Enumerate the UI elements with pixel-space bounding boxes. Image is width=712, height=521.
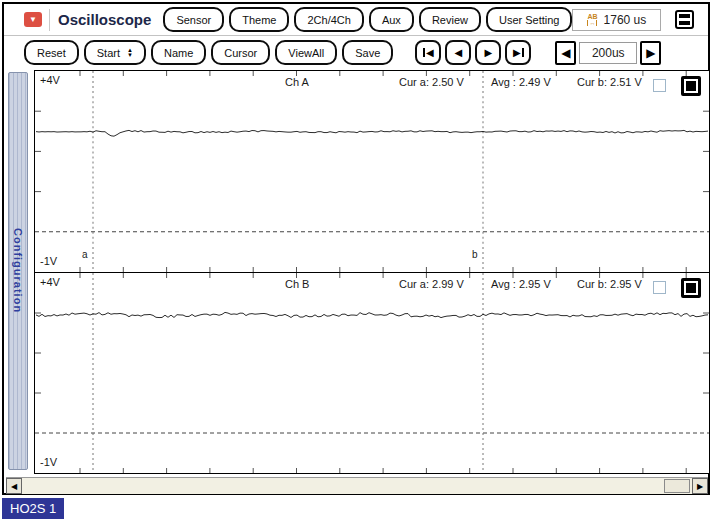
timebase-increase-button[interactable]: ▶ <box>640 41 661 65</box>
user-setting-button[interactable]: User Setting <box>486 7 573 32</box>
cursor-a-mark[interactable]: a <box>82 249 88 260</box>
playback-nav-group: ◀ ◀ ▶ ▶ <box>415 40 531 65</box>
channel-b-panel: +4V -1V Ch B Cur a: 2.99 V Avg : 2.95 V … <box>34 272 710 474</box>
start-button[interactable]: Start ▲ ▼ <box>84 40 146 65</box>
avg-reading: Avg : 2.95 V <box>491 278 551 290</box>
horizontal-scrollbar[interactable]: ◀ ▶ <box>6 477 708 494</box>
scroll-left-icon[interactable]: ◀ <box>6 478 22 494</box>
channel-a-panel: +4V -1V Ch A Cur a: 2.50 V Avg : 2.49 V … <box>34 70 710 273</box>
scale-bottom-label: -1V <box>40 255 57 267</box>
theme-button[interactable]: Theme <box>229 7 289 32</box>
viewall-button[interactable]: ViewAll <box>275 40 337 65</box>
ab-delta-time-value: 1760 us <box>604 13 647 27</box>
toolbar: Reset Start ▲ ▼ Name Cursor ViewAll Save… <box>4 37 708 68</box>
cursor-button[interactable]: Cursor <box>211 40 270 65</box>
channel-title: Ch A <box>285 76 309 88</box>
oscilloscope-app: ▼ Oscilloscope Sensor Theme 2Ch/4Ch Aux … <box>0 0 712 521</box>
scale-top-label: +4V <box>40 74 60 86</box>
cursor-a-reading: Cur a: 2.99 V <box>399 278 464 290</box>
avg-reading: Avg : 2.49 V <box>491 76 551 88</box>
save-button[interactable]: Save <box>342 40 393 65</box>
reset-button[interactable]: Reset <box>24 40 79 65</box>
app-menu-dropdown-icon[interactable]: ▼ <box>24 12 42 27</box>
waveform-trace <box>36 130 708 136</box>
ab-cursor-delta-icon: AB ↔ <box>587 13 597 26</box>
channel-mode-button[interactable]: 2Ch/4Ch <box>294 7 363 32</box>
cursor-b-reading: Cur b: 2.95 V <box>577 278 642 290</box>
scroll-right-icon[interactable]: ▶ <box>692 478 708 494</box>
ab-delta-time-display: AB ↔ 1760 us <box>572 9 661 31</box>
status-tab-ho2s1[interactable]: HO2S 1 <box>2 498 64 519</box>
timebase-group: ◀ 200us ▶ <box>555 41 661 65</box>
app-window: ▼ Oscilloscope Sensor Theme 2Ch/4Ch Aux … <box>2 2 710 495</box>
cursor-b-mark[interactable]: b <box>472 249 478 260</box>
channel-color-swatch[interactable] <box>681 76 701 96</box>
aux-button[interactable]: Aux <box>369 7 414 32</box>
scrollbar-thumb[interactable] <box>664 479 690 493</box>
titlebar: ▼ Oscilloscope Sensor Theme 2Ch/4Ch Aux … <box>4 4 708 36</box>
step-forward-button[interactable]: ▶ <box>475 40 501 65</box>
name-button[interactable]: Name <box>151 40 206 65</box>
skip-last-button[interactable]: ▶ <box>505 40 531 65</box>
channel-a-waveform-plot <box>35 71 709 272</box>
waveform-trace <box>36 312 708 317</box>
sidebar-tab-configuration[interactable]: Configuration <box>8 72 28 470</box>
scale-bottom-label: -1V <box>40 456 57 468</box>
channel-option-checkbox[interactable] <box>653 281 666 294</box>
sensor-button[interactable]: Sensor <box>163 7 224 32</box>
app-title: Oscilloscope <box>58 11 151 28</box>
cursor-b-reading: Cur b: 2.51 V <box>577 76 642 88</box>
timebase-value[interactable]: 200us <box>579 42 637 64</box>
step-back-button[interactable]: ◀ <box>445 40 471 65</box>
review-button[interactable]: Review <box>419 7 481 32</box>
skip-first-button[interactable]: ◀ <box>415 40 441 65</box>
channel-b-waveform-plot <box>35 273 709 473</box>
scale-top-label: +4V <box>40 276 60 288</box>
channel-title: Ch B <box>285 278 309 290</box>
timebase-decrease-button[interactable]: ◀ <box>555 41 576 65</box>
titlebar-divider <box>49 9 50 31</box>
start-spinner-icon[interactable]: ▲ ▼ <box>127 48 133 58</box>
channel-option-checkbox[interactable] <box>653 79 666 92</box>
channel-color-swatch[interactable] <box>681 278 701 298</box>
sidebar-tab-label: Configuration <box>12 228 24 313</box>
hamburger-menu-icon[interactable] <box>675 10 694 29</box>
cursor-a-reading: Cur a: 2.50 V <box>399 76 464 88</box>
